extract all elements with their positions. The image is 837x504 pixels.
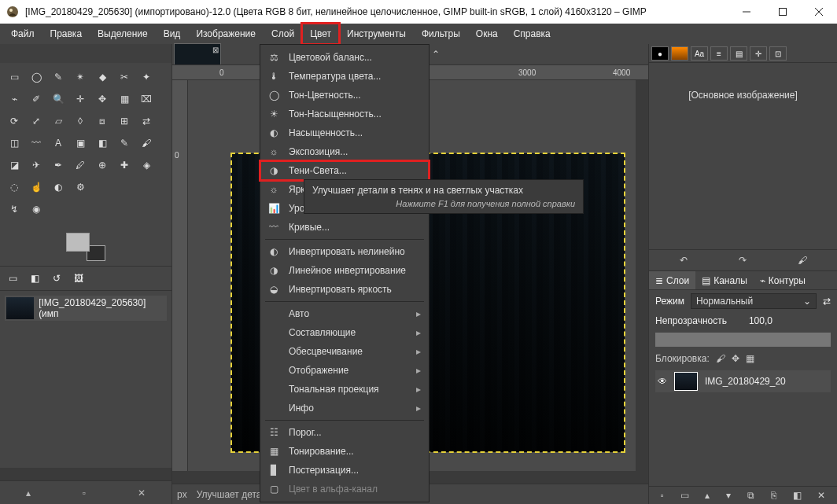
shear-tool[interactable]: ▱ [48,111,68,131]
clear-history-icon[interactable]: 🖌 [798,255,807,266]
clone-tool[interactable]: ⊕ [92,155,112,175]
menu-auto[interactable]: Авто▸ [260,304,429,323]
menu-select[interactable]: Выделение [90,24,156,44]
perspective-clone-tool[interactable]: ◈ [136,155,157,175]
tool-extra1[interactable]: ↯ [4,199,24,219]
channels-tab-r[interactable]: ▤ [730,46,747,61]
menu-layer[interactable]: Слой [264,24,302,44]
handle-transform-tool[interactable]: ⊞ [114,111,135,131]
history-tab[interactable]: ↺ [47,270,66,287]
airbrush-tool[interactable]: ✈ [26,155,46,175]
menu-color[interactable]: Цвет [302,24,339,44]
menu-desaturate[interactable]: Обесцвечивание▸ [260,342,429,361]
raise-layer-icon[interactable]: ▴ [705,490,710,501]
tab-layers[interactable]: ≣ Слои [649,271,695,289]
unit-label[interactable]: px [177,489,187,500]
menu-tone-projection[interactable]: Тональная проекция▸ [260,380,429,399]
rect-select-tool[interactable]: ▭ [4,67,24,87]
foreground-select-tool[interactable]: ✦ [136,67,157,87]
paths-tool[interactable]: ⌁ [4,89,24,109]
menu-exposure[interactable]: ☼Экспозиция... [260,142,429,161]
opacity-slider[interactable] [655,333,831,347]
text-tool[interactable]: A [48,133,68,153]
canvas-tab[interactable]: ⊠ [174,43,221,65]
menu-invert-brightness[interactable]: ◒Инвертировать яркость [260,280,429,299]
tooloptions-tab[interactable]: ▭ [3,270,22,287]
menu-posterize[interactable]: ▊Постеризация... [260,461,429,480]
bucket-fill-tool[interactable]: ▣ [70,133,90,153]
menu-invert-nonlinear[interactable]: ◐Инвертировать нелинейно [260,242,429,261]
blur-tool[interactable]: ◌ [4,177,24,197]
close-button[interactable] [801,0,837,24]
gradient-tool[interactable]: ◧ [92,133,112,153]
menu-toning[interactable]: ▦Тонирование... [260,442,429,461]
new-layer-icon[interactable]: ▫ [660,490,663,501]
scissors-tool[interactable]: ✂ [114,67,135,87]
menu-curves[interactable]: 〰Кривые... [260,218,429,237]
free-select-tool[interactable]: ✎ [48,67,68,87]
dup-layer-icon[interactable]: ⧉ [747,490,754,501]
delete-layer-icon[interactable]: ✕ [817,490,825,501]
menu-color-balance[interactable]: ⚖Цветовой баланс... [260,48,429,67]
menu-windows[interactable]: Окна [468,24,506,44]
left-hscroll[interactable] [0,468,171,480]
menu-edit[interactable]: Правка [42,24,90,44]
minimize-button[interactable] [728,0,765,24]
fuzzy-select-tool[interactable]: ✴ [70,67,90,87]
eye-icon[interactable]: 👁 [658,376,667,387]
align-tool[interactable]: ▦ [114,89,135,109]
menu-help[interactable]: Справка [506,24,559,44]
menu-shadows-highlights[interactable]: ◑Тени-Света... [260,161,429,180]
lower-layer-icon[interactable]: ▾ [726,490,731,501]
smudge-tool[interactable]: ☝ [26,177,46,197]
flip-tool[interactable]: ⇄ [136,111,157,131]
scale-tool[interactable]: ⤢ [26,111,46,131]
menu-view[interactable]: Вид [156,24,189,44]
menu-info[interactable]: Инфо▸ [260,399,429,418]
undo-icon[interactable]: ↶ [680,255,688,266]
transform-3d-tool[interactable]: ⧈ [92,111,112,131]
menu-image[interactable]: Изображение [188,24,264,44]
new-group-icon[interactable]: ▭ [680,490,689,501]
menu-file[interactable]: Файл [3,24,42,44]
lock-move-icon[interactable]: ✥ [732,353,739,364]
ellipse-select-tool[interactable]: ◯ [26,67,46,87]
cage-tool[interactable]: ◫ [4,133,24,153]
crop-tool[interactable]: ⌧ [136,89,157,109]
tab-close-icon[interactable]: ⊠ [212,46,219,54]
perspective-tool[interactable]: ◊ [70,111,90,131]
fg-color[interactable] [66,233,90,252]
merge-layer-icon[interactable]: ⎘ [771,490,776,501]
mypaint-tool[interactable]: 🖊 [70,155,90,175]
pencil-tool[interactable]: ✎ [114,133,135,153]
menu-hue-chroma[interactable]: ◯Тон-Цветность... [260,86,429,105]
menu-linear-invert[interactable]: ◑Линейное инвертирование [260,261,429,280]
move-tool[interactable]: ✥ [92,89,112,109]
tab-paths[interactable]: ⌁ Контуры [754,271,812,289]
menu-components[interactable]: Составляющие▸ [260,323,429,342]
color-swatch[interactable] [0,223,171,266]
tool-extra2[interactable]: ◉ [26,199,46,219]
raise-icon[interactable]: ▴ [26,487,31,498]
menu-filters[interactable]: Фильтры [414,24,468,44]
images-tab[interactable]: 🖼 [69,270,88,287]
heal-tool[interactable]: ✚ [114,155,135,175]
pointer-tab[interactable]: ✛ [750,46,767,61]
new-display-icon[interactable]: ▫ [83,487,86,498]
rotate-tool[interactable]: ⟳ [4,111,24,131]
history-tab-r[interactable]: ≡ [710,46,728,61]
operation-tool[interactable]: ⚙ [70,177,90,197]
eraser-tool[interactable]: ◪ [4,155,24,175]
brushes-tab[interactable]: ● [651,46,669,61]
measure-tool[interactable]: ✛ [70,89,90,109]
maximize-button[interactable] [765,0,801,24]
paintbrush-tool[interactable]: 🖌 [136,133,157,153]
fonts-tab[interactable]: Aa [691,46,708,61]
zoom-tool[interactable]: 🔍 [48,89,68,109]
tab-channels[interactable]: ▤ Каналы [695,271,754,289]
opacity-value[interactable]: 100,0 [733,315,772,326]
menu-threshold[interactable]: ☷Порог... [260,423,429,442]
nav-tab[interactable]: ⊡ [769,46,787,61]
layer-row[interactable]: 👁 IMG_20180429_20 [655,370,831,392]
menu-saturation[interactable]: ◐Насыщенность... [260,123,429,142]
